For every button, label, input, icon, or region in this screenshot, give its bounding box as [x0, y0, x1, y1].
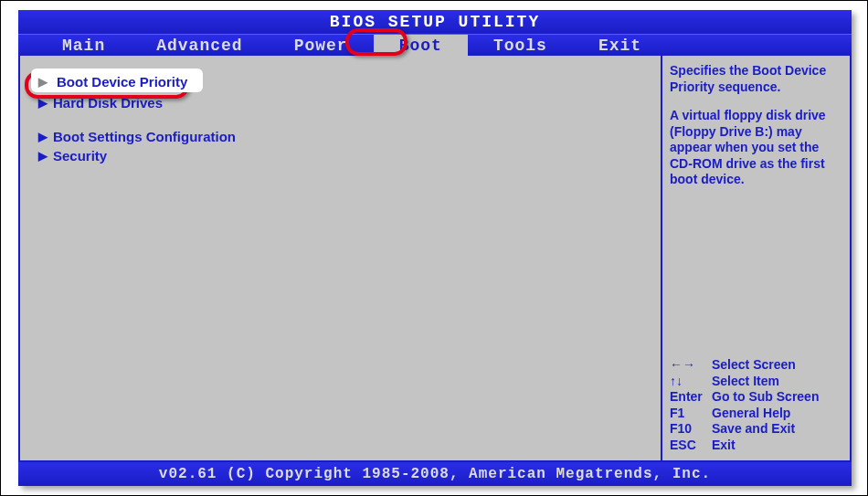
- key-label: Select Item: [712, 374, 779, 390]
- title-bar: BIOS SETUP UTILITY: [18, 10, 852, 34]
- key-esc: ESC: [670, 438, 712, 454]
- key-enter: Enter: [670, 389, 712, 406]
- key-f10: F10: [670, 421, 712, 438]
- nav-hard-disk-drives[interactable]: ▶ Hard Disk Drives: [31, 93, 650, 112]
- nav-security[interactable]: ▶ Security: [31, 146, 650, 165]
- spacer: [31, 112, 650, 127]
- left-panel: ▶ Boot Device Priority ▶ Hard Disk Drive…: [20, 56, 662, 460]
- key-f1: F1: [670, 406, 712, 422]
- nav-boot-device-priority[interactable]: ▶ Boot Device Priority: [31, 70, 650, 93]
- key-hints: ←→Select Screen ↑↓Select Item EnterGo to…: [670, 357, 842, 453]
- triangle-right-icon: ▶: [38, 96, 48, 110]
- help-panel: Specifies the Boot Device Priority seque…: [662, 56, 850, 460]
- key-label: Save and Exit: [712, 421, 795, 438]
- menu-advanced[interactable]: Advanced: [131, 35, 268, 57]
- menu-main[interactable]: Main: [37, 35, 131, 57]
- help-text-2: A virtual floppy disk drive (Floppy Driv…: [670, 108, 842, 188]
- body-area: ▶ Boot Device Priority ▶ Hard Disk Drive…: [18, 56, 852, 462]
- nav-label: Security: [53, 148, 107, 164]
- menu-exit[interactable]: Exit: [573, 35, 667, 57]
- key-label: General Help: [712, 406, 790, 422]
- key-label: Go to Sub Screen: [712, 389, 819, 406]
- nav-label: Boot Device Priority: [53, 72, 195, 91]
- triangle-right-icon: ▶: [38, 149, 48, 163]
- nav-label: Hard Disk Drives: [53, 95, 163, 111]
- key-arrows-lr: ←→: [670, 357, 712, 374]
- spacer: [670, 188, 842, 358]
- nav-boot-settings-configuration[interactable]: ▶ Boot Settings Configuration: [31, 127, 650, 146]
- triangle-right-icon: ▶: [38, 75, 48, 89]
- menu-boot[interactable]: Boot: [374, 35, 468, 57]
- footer-bar: v02.61 (C) Copyright 1985-2008, American…: [18, 462, 852, 486]
- key-label: Exit: [712, 438, 736, 454]
- bios-window: BIOS SETUP UTILITY Main Advanced Power B…: [18, 10, 852, 486]
- menu-tools[interactable]: Tools: [468, 35, 573, 57]
- help-text-1: Specifies the Boot Device Priority seque…: [670, 63, 842, 95]
- menu-bar: Main Advanced Power Boot Tools Exit: [18, 34, 852, 56]
- triangle-right-icon: ▶: [38, 130, 48, 143]
- key-label: Select Screen: [712, 357, 796, 374]
- menu-power[interactable]: Power: [269, 35, 374, 57]
- key-arrows-ud: ↑↓: [670, 374, 712, 390]
- nav-label: Boot Settings Configuration: [53, 129, 236, 144]
